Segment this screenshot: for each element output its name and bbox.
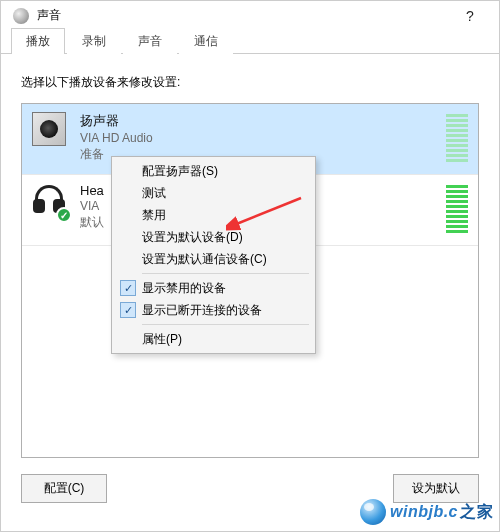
sound-dialog: 声音 ? 播放 录制 声音 通信 选择以下播放设备来修改设置: 扬声器 VIA … bbox=[0, 0, 500, 532]
tabstrip: 播放 录制 声音 通信 bbox=[1, 28, 499, 54]
menu-test[interactable]: 测试 bbox=[114, 182, 313, 204]
instruction-text: 选择以下播放设备来修改设置: bbox=[21, 74, 479, 91]
watermark-text: winbjb.c bbox=[390, 503, 458, 521]
titlebar: 声音 ? bbox=[1, 1, 499, 28]
tab-communications[interactable]: 通信 bbox=[179, 28, 233, 54]
tab-sounds[interactable]: 声音 bbox=[123, 28, 177, 54]
dialog-footer: 配置(C) 设为默认 bbox=[1, 458, 499, 503]
watermark-orb-icon bbox=[360, 499, 386, 525]
speaker-icon bbox=[32, 112, 68, 148]
tab-playback[interactable]: 播放 bbox=[11, 28, 65, 54]
check-icon: ✓ bbox=[120, 302, 136, 318]
sound-icon bbox=[13, 8, 29, 24]
configure-button[interactable]: 配置(C) bbox=[21, 474, 107, 503]
device-provider: VIA HD Audio bbox=[80, 131, 446, 145]
menu-set-default[interactable]: 设置为默认设备(D) bbox=[114, 226, 313, 248]
menu-show-disconnected[interactable]: ✓ 显示已断开连接的设备 bbox=[114, 299, 313, 321]
device-name: 扬声器 bbox=[80, 112, 446, 130]
context-menu: 配置扬声器(S) 测试 禁用 设置为默认设备(D) 设置为默认通信设备(C) ✓… bbox=[111, 156, 316, 354]
menu-set-default-comm[interactable]: 设置为默认通信设备(C) bbox=[114, 248, 313, 270]
headphone-icon: ✓ bbox=[32, 183, 68, 219]
menu-show-disabled[interactable]: ✓ 显示禁用的设备 bbox=[114, 277, 313, 299]
menu-separator bbox=[142, 273, 309, 274]
watermark: winbjb.c 之家 bbox=[360, 499, 493, 525]
help-button[interactable]: ? bbox=[451, 8, 489, 24]
check-icon: ✓ bbox=[120, 280, 136, 296]
watermark-cn: 之家 bbox=[460, 502, 493, 523]
default-badge-icon: ✓ bbox=[56, 207, 72, 223]
tab-recording[interactable]: 录制 bbox=[67, 28, 121, 54]
level-meter bbox=[446, 183, 468, 235]
menu-label: 显示已断开连接的设备 bbox=[142, 302, 262, 319]
menu-properties[interactable]: 属性(P) bbox=[114, 328, 313, 350]
window-title: 声音 bbox=[37, 7, 61, 24]
menu-separator bbox=[142, 324, 309, 325]
level-meter bbox=[446, 112, 468, 164]
menu-disable[interactable]: 禁用 bbox=[114, 204, 313, 226]
menu-configure-speakers[interactable]: 配置扬声器(S) bbox=[114, 160, 313, 182]
menu-label: 显示禁用的设备 bbox=[142, 280, 226, 297]
